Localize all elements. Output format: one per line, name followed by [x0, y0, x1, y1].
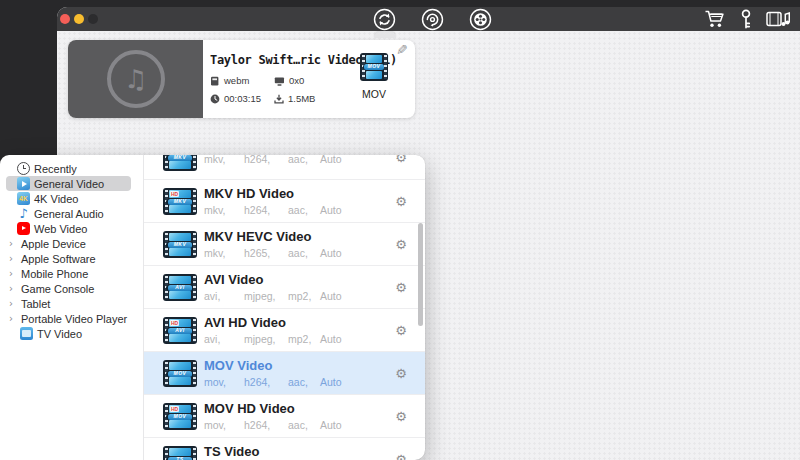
clock-icon [17, 162, 30, 175]
format-codecs: mkv,h264,aac,Auto [204, 155, 342, 165]
format-row[interactable]: MKV mkv,h264,aac,Auto [144, 155, 425, 179]
download-icon [274, 94, 284, 104]
titlebar [57, 7, 800, 31]
4k-icon [17, 192, 30, 205]
format-film-icon: TS [163, 446, 197, 460]
convert-icon[interactable] [373, 8, 396, 31]
settings-gear-icon[interactable] [393, 280, 409, 296]
file-container: webm [210, 75, 274, 86]
output-format[interactable]: MOV MOV [357, 53, 391, 100]
format-codecs: avi,mjpeg,mp2,Auto [204, 290, 342, 302]
minimize-button[interactable] [74, 14, 84, 24]
close-button[interactable] [60, 14, 70, 24]
media-toolbox-icon[interactable] [766, 9, 790, 29]
chevron-right-icon: › [9, 239, 17, 249]
format-title: MKV HEVC Video [204, 230, 342, 244]
chevron-right-icon: › [9, 314, 17, 324]
sidebar-item-tv-video[interactable]: TV Video [0, 326, 143, 341]
format-film-icon: MKVHD [163, 188, 197, 215]
chevron-right-icon: › [9, 269, 17, 279]
scrollbar-thumb[interactable] [418, 223, 423, 326]
chevron-right-icon: › [9, 299, 17, 309]
traffic-lights [57, 14, 98, 24]
cart-icon[interactable] [704, 9, 726, 29]
sidebar-item-general-video[interactable]: General Video [0, 176, 143, 191]
format-title: AVI Video [204, 273, 342, 287]
zoom-button[interactable] [88, 14, 98, 24]
ripper-icon[interactable] [421, 8, 444, 31]
file-card: ♫ Taylor Swift…ric Video) (1) webm 0x0 [68, 40, 415, 118]
file-size: 1.5MB [274, 93, 340, 104]
sidebar-item-game-console[interactable]: › Game Console [0, 281, 143, 296]
music-note-icon: ♫ [107, 50, 165, 108]
editor-reel-icon[interactable] [469, 8, 492, 31]
format-list: MKV mkv,h264,aac,Auto MKVHD MKV HD Video… [144, 155, 425, 460]
tv-icon [20, 327, 33, 340]
output-format-icon: MOV [360, 53, 388, 81]
media-thumbnail: ♫ [68, 40, 203, 118]
settings-gear-icon[interactable] [393, 366, 409, 382]
settings-gear-icon[interactable] [393, 409, 409, 425]
settings-gear-icon[interactable] [393, 237, 409, 253]
category-sidebar: Recently General Video 4K Video General … [0, 155, 144, 460]
sidebar-item-4k-video[interactable]: 4K Video [0, 191, 143, 206]
audio-note-icon [17, 207, 30, 220]
sidebar-item-web-video[interactable]: Web Video [0, 221, 143, 236]
edit-pencil-icon[interactable]: ✎ [396, 42, 408, 58]
output-format-label: MOV [357, 88, 391, 100]
sidebar-item-apple-device[interactable]: › Apple Device [0, 236, 143, 251]
sidebar-item-recently[interactable]: Recently [0, 161, 143, 176]
format-row[interactable]: AVIHD AVI HD Video avi,mjpeg,mp2,Auto [144, 308, 425, 351]
sidebar-item-portable-video-player[interactable]: › Portable Video Player [0, 311, 143, 326]
format-title: MOV HD Video [204, 402, 342, 416]
chevron-right-icon: › [9, 284, 17, 294]
format-film-icon: MOV [163, 360, 197, 387]
settings-gear-icon[interactable] [393, 194, 409, 210]
format-title: MOV Video [204, 359, 342, 373]
format-row-selected[interactable]: MOV MOV Video mov,h264,aac,Auto [144, 351, 425, 394]
settings-gear-icon[interactable] [393, 155, 409, 166]
settings-gear-icon[interactable] [393, 323, 409, 339]
format-row[interactable]: MKVHD MKV HD Video mkv,h264,aac,Auto [144, 179, 425, 222]
register-key-icon[interactable] [740, 9, 752, 30]
format-codecs: mov,h264,aac,Auto [204, 419, 342, 431]
video-icon [17, 177, 30, 190]
chevron-right-icon: › [9, 254, 17, 264]
format-codecs: mkv,h265,aac,Auto [204, 247, 342, 259]
format-film-icon: MOVHD [163, 403, 197, 430]
format-film-icon: AVI [163, 274, 197, 301]
format-film-icon: MKV [163, 155, 197, 171]
format-film-icon: AVIHD [163, 317, 197, 344]
format-row[interactable]: AVI AVI Video avi,mjpeg,mp2,Auto [144, 265, 425, 308]
format-codecs: mkv,h264,aac,Auto [204, 204, 342, 216]
display-icon [274, 76, 285, 86]
file-duration: 00:03:15 [210, 93, 274, 104]
format-title: AVI HD Video [204, 316, 342, 330]
format-row[interactable]: MKV MKV HEVC Video mkv,h265,aac,Auto [144, 222, 425, 265]
file-resolution: 0x0 [274, 75, 340, 86]
sidebar-item-apple-software[interactable]: › Apple Software [0, 251, 143, 266]
settings-gear-icon[interactable] [393, 452, 409, 460]
format-codecs: mov,h264,aac,Auto [204, 376, 342, 388]
format-select-popover: Recently General Video 4K Video General … [0, 155, 425, 460]
format-row[interactable]: TS TS Video [144, 437, 425, 460]
active-tab-indicator [374, 31, 396, 38]
format-film-icon: MKV [163, 231, 197, 258]
file-icon [210, 76, 220, 86]
sidebar-item-general-audio[interactable]: General Audio [0, 206, 143, 221]
youtube-icon [17, 222, 30, 235]
format-row[interactable]: MOVHD MOV HD Video mov,h264,aac,Auto [144, 394, 425, 437]
format-title: TS Video [204, 445, 320, 459]
clock-icon [210, 94, 220, 104]
format-codecs: avi,mjpeg,mp2,Auto [204, 333, 342, 345]
format-title: MKV HD Video [204, 187, 342, 201]
sidebar-item-tablet[interactable]: › Tablet [0, 296, 143, 311]
sidebar-item-mobile-phone[interactable]: › Mobile Phone [0, 266, 143, 281]
